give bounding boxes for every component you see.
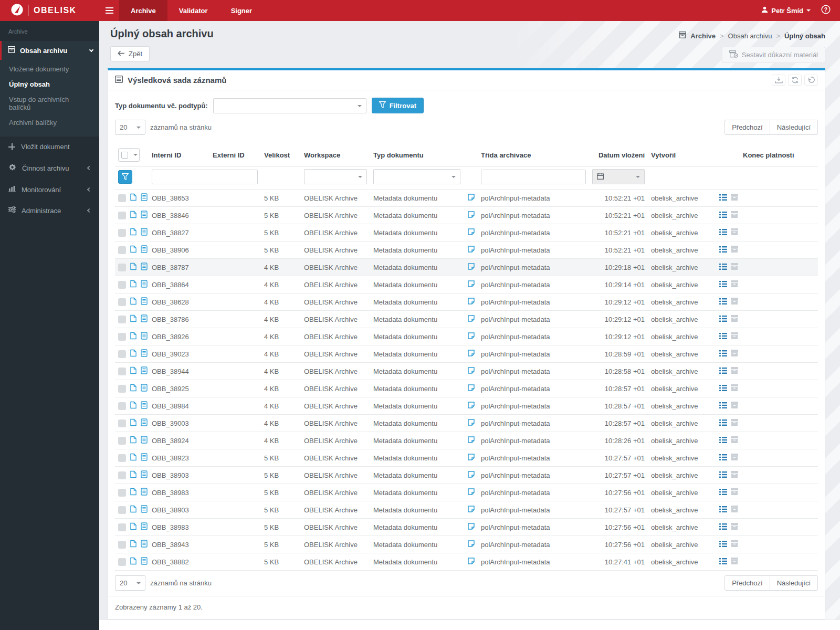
note-icon[interactable] [468, 367, 475, 375]
row-checkbox[interactable] [118, 212, 126, 219]
reader-icon[interactable] [141, 522, 148, 532]
archive-action-icon[interactable] [731, 384, 738, 393]
detail-list-icon[interactable] [719, 541, 727, 549]
sidebar-toggle-button[interactable] [99, 0, 119, 21]
reader-icon[interactable] [141, 470, 148, 480]
document-icon[interactable] [130, 505, 136, 514]
document-icon[interactable] [130, 349, 136, 359]
document-icon[interactable] [130, 488, 136, 497]
detail-list-icon[interactable] [719, 558, 727, 566]
archive-action-icon[interactable] [731, 315, 738, 323]
document-icon[interactable] [130, 280, 136, 289]
archive-action-icon[interactable] [731, 419, 738, 427]
workspace-filter-select[interactable] [304, 169, 367, 184]
detail-list-icon[interactable] [719, 246, 727, 254]
sidebar-item-vstup-do-archivnich-balicku[interactable]: Vstup do archivních balíčků [0, 92, 99, 115]
detail-list-icon[interactable] [719, 281, 727, 289]
reader-icon[interactable] [141, 193, 148, 203]
row-checkbox[interactable] [118, 333, 126, 341]
archive-action-icon[interactable] [731, 488, 738, 497]
row-checkbox[interactable] [118, 368, 126, 375]
document-icon[interactable] [130, 522, 136, 532]
row-checkbox[interactable] [118, 437, 126, 445]
document-icon[interactable] [130, 228, 136, 237]
tab-validator[interactable]: Validator [167, 0, 219, 21]
row-checkbox[interactable] [118, 489, 126, 497]
archive-action-icon[interactable] [731, 246, 738, 254]
internal-id-filter-input[interactable] [152, 170, 258, 184]
select-all-dropdown[interactable] [131, 149, 139, 161]
row-checkbox[interactable] [118, 316, 126, 323]
reader-icon[interactable] [141, 228, 148, 237]
archive-action-icon[interactable] [731, 540, 738, 549]
previous-page-button[interactable]: Předchozí [724, 120, 770, 135]
document-icon[interactable] [130, 401, 136, 411]
filter-button[interactable]: Filtrovat [372, 98, 424, 113]
sidebar-item-cinnost-archivu[interactable]: Činnost archivu [0, 157, 99, 179]
detail-list-icon[interactable] [719, 402, 727, 410]
breadcrumb-obsah-archivu[interactable]: Obsah archivu [728, 32, 772, 40]
document-icon[interactable] [130, 436, 136, 445]
previous-page-button[interactable]: Předchozí [724, 575, 770, 591]
document-icon[interactable] [130, 384, 136, 393]
detail-list-icon[interactable] [719, 454, 727, 462]
detail-list-icon[interactable] [719, 437, 727, 445]
reader-icon[interactable] [141, 366, 148, 376]
note-icon[interactable] [468, 315, 475, 323]
document-icon[interactable] [130, 211, 136, 220]
doc-type-column-filter-select[interactable] [373, 169, 460, 184]
reader-icon[interactable] [141, 418, 148, 428]
reader-icon[interactable] [141, 401, 148, 411]
reader-icon[interactable] [141, 349, 148, 359]
row-checkbox[interactable] [118, 454, 126, 462]
note-icon[interactable] [468, 436, 475, 445]
detail-list-icon[interactable] [719, 350, 727, 358]
detail-list-icon[interactable] [719, 506, 727, 514]
reader-icon[interactable] [141, 505, 148, 514]
detail-list-icon[interactable] [719, 523, 727, 531]
reader-icon[interactable] [141, 488, 148, 497]
note-icon[interactable] [468, 384, 475, 393]
row-checkbox[interactable] [118, 506, 126, 514]
doc-type-select[interactable] [213, 98, 366, 113]
table-filter-button[interactable] [118, 170, 132, 184]
row-checkbox[interactable] [118, 471, 126, 479]
note-icon[interactable] [468, 280, 475, 289]
document-icon[interactable] [130, 453, 136, 463]
archive-action-icon[interactable] [731, 263, 738, 271]
archive-action-icon[interactable] [731, 280, 738, 289]
row-checkbox[interactable] [118, 350, 126, 358]
arch-class-filter-input[interactable] [481, 170, 586, 184]
archive-action-icon[interactable] [731, 558, 738, 566]
help-icon[interactable]: ? [821, 5, 831, 16]
row-checkbox[interactable] [118, 419, 126, 427]
note-icon[interactable] [468, 332, 475, 341]
document-icon[interactable] [130, 418, 136, 428]
document-icon[interactable] [130, 314, 136, 324]
archive-action-icon[interactable] [731, 332, 738, 341]
note-icon[interactable] [468, 488, 475, 497]
document-icon[interactable] [130, 332, 136, 341]
detail-list-icon[interactable] [719, 264, 727, 271]
sidebar-item-administrace[interactable]: Administrace [0, 200, 99, 221]
archive-action-icon[interactable] [731, 228, 738, 237]
note-icon[interactable] [468, 350, 475, 358]
note-icon[interactable] [468, 506, 475, 514]
row-checkbox[interactable] [118, 541, 126, 549]
detail-list-icon[interactable] [719, 194, 727, 202]
note-icon[interactable] [468, 228, 475, 237]
reader-icon[interactable] [141, 453, 148, 463]
reader-icon[interactable] [141, 540, 148, 549]
detail-list-icon[interactable] [719, 471, 727, 479]
detail-list-icon[interactable] [719, 419, 727, 427]
document-icon[interactable] [130, 557, 136, 566]
archive-action-icon[interactable] [731, 402, 738, 410]
note-icon[interactable] [468, 558, 475, 566]
row-checkbox[interactable] [118, 281, 126, 289]
tab-signer[interactable]: Signer [219, 0, 264, 21]
reader-icon[interactable] [141, 384, 148, 393]
select-all-split-button[interactable] [118, 148, 140, 162]
archive-action-icon[interactable] [731, 298, 738, 306]
row-checkbox[interactable] [118, 264, 126, 271]
sidebar-item-archivni-balicky[interactable]: Archivní balíčky [0, 115, 99, 130]
